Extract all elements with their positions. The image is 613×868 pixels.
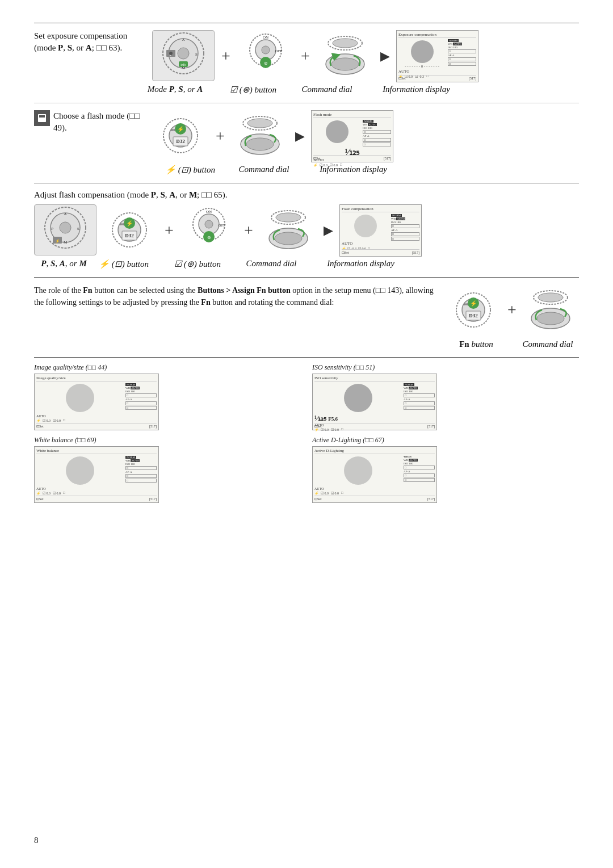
info-title-iq: Image quality/size: [36, 376, 157, 381]
svg-point-32: [173, 129, 175, 131]
svg-text:S: S: [195, 52, 198, 57]
cap-cmd-dial-3: Command dial: [246, 259, 297, 269]
svg-point-52: [120, 223, 122, 225]
svg-point-39: [60, 222, 71, 233]
display-wb: White balance NORM WB AUTO ISO 100 □ AF-…: [34, 446, 159, 503]
flash-comp-row: A S M P ⚡ ⚡ D32 +: [34, 204, 579, 257]
page-number: 8: [34, 836, 39, 845]
info-title-wb: White balance: [36, 448, 157, 454]
svg-point-2: [178, 48, 189, 59]
info-bottom-fc: ⊡Set[517]: [342, 249, 419, 254]
plus-fc2: +: [242, 221, 255, 240]
grid-iso: ISO sensitivity (□□ 51) ISO sensitivity …: [312, 363, 579, 430]
arrow-flash: ▶: [293, 129, 306, 144]
label-iso: ISO sensitivity (□□ 51): [312, 363, 579, 372]
flash-captions: ⚡ (⊡) button Command dial Information di…: [34, 165, 579, 175]
svg-text:OFF: OFF: [219, 223, 226, 228]
cap-cmd-dial-2: Command dial: [238, 165, 289, 175]
section-exposure-compensation: Set exposure compensation (mode P, S, or…: [34, 23, 579, 95]
info-set-1: ⊡Set: [398, 76, 406, 80]
plus-flash: +: [213, 127, 227, 145]
svg-text:S: S: [77, 227, 79, 231]
svg-point-56: [205, 220, 213, 228]
info-button-diagram: ON OFF ⊛: [237, 30, 294, 81]
exposure-row: Set exposure compensation (mode P, S, or…: [34, 30, 579, 82]
plus-1: +: [219, 47, 233, 65]
label-wb: White balance (□□ 69): [34, 436, 301, 445]
svg-text:ON: ON: [263, 35, 268, 40]
info-button-diagram-2: ON OFF ⊛: [180, 204, 237, 255]
command-dial-1: [317, 30, 373, 81]
svg-point-22: [331, 58, 359, 70]
section-fn-button: The role of the Fn button can be selecte…: [34, 277, 579, 349]
label-adl: Active D-Lighting (□□ 67): [312, 436, 579, 445]
info-bracket-1: [517]: [469, 77, 476, 80]
info-bottom-wb: ⊡Set[517]: [36, 496, 157, 501]
label-image-quality: Image quality/size (□□ 44): [34, 363, 301, 372]
svg-rect-24: [39, 115, 45, 118]
svg-point-76: [537, 312, 564, 325]
grid-wb: White balance (□□ 69) White balance NORM…: [34, 436, 301, 503]
svg-text:⚡: ⚡: [126, 220, 133, 227]
command-dial-2: [232, 110, 288, 161]
fn-images-area: ⚡ D32 +: [445, 284, 579, 349]
info-bottom-iso: ⊡Set[517]: [314, 423, 435, 428]
svg-point-9: [169, 52, 173, 55]
grid-image-quality: Image quality/size (□□ 44) Image quality…: [34, 363, 301, 430]
svg-point-53: [122, 223, 124, 225]
info-display-1: Exposure compensation - - - - - - - 0 - …: [396, 30, 478, 82]
info-bottom-iq: ⊡Set[517]: [36, 423, 157, 428]
svg-point-14: [262, 46, 270, 54]
flash-button-diagram: ⚡ D32: [152, 110, 209, 161]
svg-text:A: A: [64, 212, 66, 216]
svg-point-31: [171, 129, 173, 131]
display-image-quality: Image quality/size NORM WB AUTO ISO 100 …: [34, 374, 159, 430]
fn-images-row: ⚡ D32 +: [445, 284, 579, 336]
plus-fn: +: [505, 301, 519, 319]
svg-text:OFF: OFF: [275, 49, 283, 53]
svg-text:⚡: ⚡: [470, 300, 477, 307]
command-dial-3: [260, 204, 317, 255]
cap-info-display-1: Information display: [375, 85, 457, 95]
info-title-iso: ISO sensitivity: [314, 376, 435, 381]
section-flash-mode: Choose a flash mode (□□ 49). ⚡ D32 +: [34, 103, 579, 175]
fn-paragraph-text: The role of the Fn button can be selecte…: [34, 284, 434, 349]
cap-info-btn-2: ☑ (⊛) button: [172, 259, 223, 269]
svg-point-62: [276, 213, 301, 222]
sidebar-marker: [34, 110, 50, 126]
cap-psam: P, S, A, or M: [34, 259, 94, 269]
info-display-flash: Flash mode NORM WB AUTO ISO 100 □ AF-A □…: [311, 110, 393, 162]
svg-point-36: [246, 138, 274, 150]
display-iso: ISO sensitivity NORM WB AUTO ISO 100 □ A…: [312, 374, 437, 430]
svg-text:D32: D32: [469, 313, 478, 318]
svg-point-71: [464, 303, 466, 305]
cap-cmd-dial-1: Command dial: [301, 85, 352, 95]
svg-text:⊛: ⊛: [264, 61, 268, 66]
flash-comp-title: Adjust flash compensation (mode P, S, A,…: [34, 190, 579, 200]
flash-mode-row: Choose a flash mode (□□ 49). ⚡ D32 +: [34, 110, 579, 162]
info-title-fc: Flash compensation: [342, 207, 419, 212]
svg-point-74: [538, 293, 563, 302]
info-bottom-adl: ⊡Set[517]: [314, 496, 435, 501]
cap-flash-btn-2: ⚡ (⊡) button: [98, 259, 149, 269]
cap-info-btn: ☑ (⊛) button: [228, 85, 279, 95]
mode-psa-diagram: A S M P P info: [152, 30, 215, 81]
info-title-adl: Active D-Lighting: [314, 448, 435, 454]
svg-text:⊛: ⊛: [207, 235, 211, 240]
cap-info-display-3: Information display: [320, 259, 402, 269]
plus-2: +: [299, 47, 312, 65]
info-display-fc: Flash compensation NORM WB AUTO ISO 100 …: [339, 204, 422, 257]
cap-fn-btn: Fn button: [451, 339, 502, 349]
svg-text:D32: D32: [176, 139, 185, 144]
svg-point-64: [275, 232, 302, 245]
section-flash-comp: Adjust flash compensation (mode P, S, A,…: [34, 183, 579, 269]
info-title-flash: Flash mode: [313, 112, 391, 118]
exposure-captions: Mode P, S, or A ☑ (⊛) button Command dia…: [34, 85, 579, 95]
svg-point-20: [333, 39, 358, 48]
cap-cmd-dial-fn: Command dial: [522, 339, 573, 349]
svg-text:⚡: ⚡: [54, 238, 60, 244]
fn-captions-row: Fn button Command dial: [451, 339, 573, 349]
display-adl: Active D-Lighting ¶NON WB AUTO ISO 100 □…: [312, 446, 437, 503]
info-title-1: Exposure compensation: [398, 32, 476, 38]
grid-adl: Active D-Lighting (□□ 67) Active D-Light…: [312, 436, 579, 503]
